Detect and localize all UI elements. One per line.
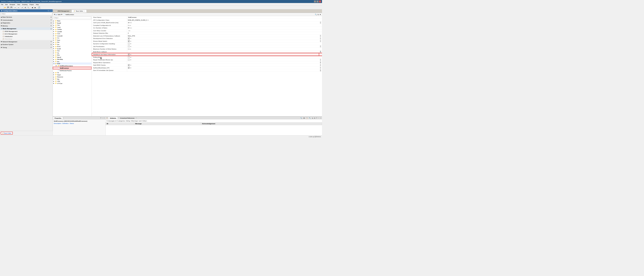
val-btn-6[interactable]: ℹ (314, 117, 315, 119)
sidebar-item-memory[interactable]: ▶ Memory ▼ (0, 24, 53, 27)
sidebar-collapse-btn[interactable]: ▽ (48, 10, 49, 12)
breadcrumb-filter-icon[interactable]: 🔍 (315, 14, 317, 15)
menu-edit[interactable]: Edit (4, 3, 9, 5)
close-button[interactable]: ✕ (319, 1, 321, 3)
sidebar-item-runtime-system[interactable]: ▶ Runtime System ▼ (0, 43, 53, 46)
sidebar-item-base-services[interactable]: ▶ Base Services ▼ (0, 16, 53, 19)
toolbar-save[interactable]: 💾 (7, 6, 10, 9)
prop-value-repeat-mirror[interactable] (127, 61, 319, 64)
toolbar-undo[interactable]: ↩ (14, 6, 17, 9)
tree-node-vset[interactable]: ▶📁vSet (53, 80, 92, 82)
tree-node-crc[interactable]: ▶📁Crc (53, 37, 92, 39)
val-maximize[interactable]: □ (320, 117, 321, 119)
dev-error-checkbox[interactable]: ✓ (128, 38, 130, 39)
toolbar-generate[interactable]: ⚙ (24, 6, 27, 9)
dynamic-config-dropdown[interactable]: ▼ (130, 43, 131, 44)
tree-node-base[interactable]: ▶📁Base (53, 20, 92, 22)
repair-redundant-checkbox[interactable] (128, 59, 130, 61)
tree-node-canif[interactable]: ▶📁CanIf (53, 26, 92, 28)
tree-node-nvm-block-descriptors[interactable]: ▶📁NvMBlockDescriptors (53, 65, 92, 67)
toolbar-new[interactable]: 📄 (1, 6, 4, 9)
size-immediate-scroll[interactable] (320, 70, 321, 71)
job-priority-dropdown[interactable]: ▼ (130, 46, 131, 47)
sidebar-filter-input[interactable] (1, 13, 52, 15)
nav-definition[interactable]: Definition (62, 122, 69, 124)
tree-node-can[interactable]: ▶📁Can (53, 24, 92, 26)
api-config-dropdown[interactable]: ▼ (148, 19, 149, 21)
toolbar-btn1[interactable]: ◀ (31, 6, 34, 9)
prop-value-csm-retry[interactable]: dec (127, 29, 319, 32)
toolbar-btn2[interactable]: ▶ (34, 6, 37, 9)
dynamic-config-checkbox[interactable] (128, 43, 130, 45)
basic-editor-link[interactable]: 📝 Basic Editor (1, 132, 13, 134)
tree-node-dio[interactable]: ▶📁Dio (53, 43, 92, 45)
tree-node-memif[interactable]: ▶📁MemIf (53, 56, 92, 58)
menu-scripting[interactable]: Scripting (21, 3, 28, 5)
bottom-left-maximize[interactable]: □ (103, 117, 105, 119)
sidebar-maximize-btn[interactable]: □ (51, 10, 52, 12)
maximize-button[interactable]: □ (316, 1, 318, 3)
validation-tab[interactable]: Validation (109, 117, 118, 119)
sidebar-item-initialization[interactable]: 📋 Initialization (0, 35, 53, 38)
prop-value-dev-error[interactable]: ✓ ▼ (127, 37, 319, 40)
tree-node-commm[interactable]: ▶📁CommM (53, 35, 92, 37)
tab-bsw-management[interactable]: 📋 BSW Management (53, 10, 71, 12)
breadcrumb-sort-icon[interactable]: ⇅ (317, 14, 319, 15)
prop-value-polling[interactable]: ▼ (127, 56, 319, 59)
tree-node-nvm-vendor-params[interactable]: 📄NvMVendorParams (53, 69, 92, 72)
val-minimize[interactable]: ─ (318, 117, 320, 119)
prop-value-compiled-id[interactable]: 1 dec (127, 24, 319, 27)
nav-status[interactable]: Status (70, 122, 74, 124)
prop-value-max-write[interactable]: 1 dec (127, 48, 319, 51)
properties-tab-close[interactable]: × (63, 117, 64, 119)
tree-node-det[interactable]: ▶📁Det (53, 41, 92, 43)
tree-node-memmap[interactable]: ▶📁MemMap (53, 58, 92, 61)
job-priority-checkbox[interactable] (128, 45, 130, 47)
val-btn-3[interactable]: 📋 (305, 117, 308, 119)
val-btn-1[interactable]: 🔍 (300, 117, 303, 119)
repeat-mirror-scroll[interactable] (320, 62, 321, 63)
prop-value-multiblock-status[interactable]: ✓ ▼ (127, 53, 319, 56)
sidebar-minimize-btn[interactable]: ─ (49, 10, 50, 12)
menu-navigate[interactable]: Navigate (9, 3, 16, 5)
menu-help[interactable]: Help (35, 3, 39, 5)
drivers-mode-dropdown[interactable]: ▼ (130, 40, 131, 42)
prop-value-redundancy[interactable]: NULL_PTR (127, 34, 319, 37)
tree-node-mcu[interactable]: ▶📁Mcu (53, 54, 92, 56)
menu-file[interactable]: File (0, 3, 4, 5)
tree-node-ecuc[interactable]: ▶📁EcuC (53, 45, 92, 48)
repair-redundant-dropdown[interactable]: ▼ (130, 59, 131, 61)
prop-value-job-priority[interactable]: ▼ (127, 45, 319, 48)
tree-node-com[interactable]: ▶📁Com (53, 33, 92, 35)
prop-value-set-ram[interactable]: ✓ ▼ (127, 66, 319, 69)
tree-node-cannm[interactable]: ▶📁CanNm (53, 28, 92, 31)
val-collapse[interactable]: ▽ (316, 117, 317, 119)
tree-node-pdur[interactable]: ▶📁PduR (53, 74, 92, 76)
bottom-left-collapse[interactable]: ▽ (100, 117, 102, 119)
tree-node-nvmcommon[interactable]: 📄 NvMCommon (53, 67, 92, 70)
properties-tab[interactable]: Properties (53, 117, 63, 119)
tree-node-fee[interactable]: ▶📁Fee (53, 50, 92, 52)
prop-value-dataset[interactable]: 4 (127, 32, 319, 35)
sidebar-item-ecu-management[interactable]: 📋 ECU Management (0, 33, 53, 35)
tree-node-fls[interactable]: ▶📁Fls (53, 52, 92, 54)
prop-value-dynamic-config[interactable]: ▼ (127, 42, 319, 45)
unresolved-tab[interactable]: Unresolved References (119, 117, 136, 119)
prop-value-multi-block[interactable] (127, 50, 319, 53)
sidebar-item-bsw-management[interactable]: 📋 BSW Management (0, 30, 53, 33)
val-btn-4[interactable]: 🔧 (308, 117, 311, 119)
menu-view[interactable]: View (16, 3, 21, 5)
val-btn-2[interactable]: ⚙ (303, 117, 305, 119)
multiblock-status-checkbox[interactable]: ✓ (128, 54, 130, 55)
tree-node-bswm[interactable]: ▶📁BswM (53, 22, 92, 24)
polling-dropdown[interactable]: ▼ (130, 57, 131, 58)
prop-value-drivers-mode[interactable]: ✓ ▼ (127, 40, 319, 42)
prop-value-safe-bsw[interactable]: ✓ ▼ (127, 64, 319, 67)
unresolved-tab-close[interactable]: × (136, 117, 137, 119)
toolbar-redo[interactable]: ↪ (17, 6, 20, 9)
breadcrumb-back-btn[interactable]: ◀ (54, 14, 55, 15)
menu-project[interactable]: Project (28, 3, 35, 5)
tree-node-resource[interactable]: ▶📁Resource (53, 76, 92, 78)
nav-description[interactable]: Description (54, 122, 61, 124)
tree-node-os[interactable]: ▶📁Os (53, 72, 92, 74)
